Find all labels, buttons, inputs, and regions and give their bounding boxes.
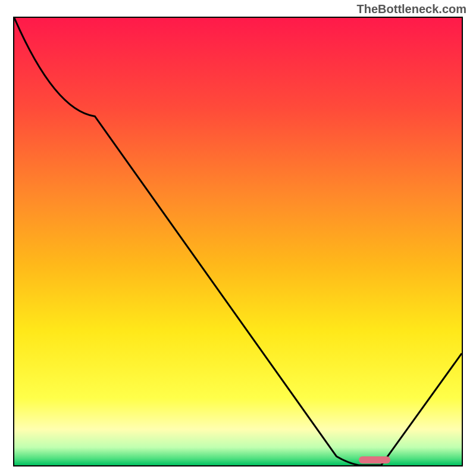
chart-plot-area bbox=[13, 17, 463, 466]
watermark-text: TheBottleneck.com bbox=[357, 2, 466, 16]
chart-curve bbox=[14, 18, 462, 465]
optimal-marker bbox=[359, 456, 390, 464]
